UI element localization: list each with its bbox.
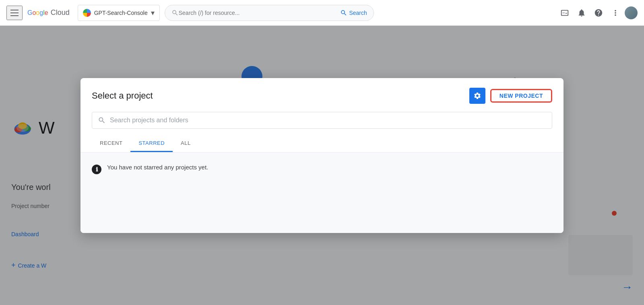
modal-header: Select a project NEW PROJECT	[80, 78, 564, 112]
google-cloud-logo[interactable]: Google Cloud	[27, 8, 70, 17]
global-search-input[interactable]	[179, 10, 341, 16]
bell-icon	[577, 8, 586, 17]
kebab-icon	[611, 8, 620, 17]
modal-body: ℹ You have not starred any projects yet.	[80, 152, 564, 233]
terminal-button[interactable]	[557, 5, 572, 21]
global-search-bar[interactable]: Search	[165, 5, 374, 21]
modal-search-icon	[98, 116, 106, 124]
search-button[interactable]: Search	[340, 9, 367, 16]
notifications-button[interactable]	[574, 5, 589, 21]
project-selector[interactable]: GPT-Search-Console ▾	[78, 5, 160, 21]
avatar-image	[625, 6, 638, 19]
empty-state-message: You have not starred any projects yet.	[107, 164, 208, 171]
tab-all[interactable]: ALL	[173, 135, 199, 152]
project-name: GPT-Search-Console	[94, 10, 148, 16]
tab-starred[interactable]: STARRED	[130, 135, 173, 152]
tab-recent[interactable]: RECENT	[92, 135, 130, 152]
modal-overlay: Select a project NEW PROJECT	[0, 26, 644, 305]
menu-button[interactable]	[6, 6, 23, 20]
modal-tabs: RECENT STARRED ALL	[80, 135, 564, 152]
main-content: ▷ W You're worl Project number Dashboard…	[0, 26, 644, 305]
modal-title: Select a project	[92, 91, 153, 101]
select-project-modal: Select a project NEW PROJECT	[80, 78, 564, 233]
terminal-icon	[560, 8, 569, 17]
project-icon	[83, 9, 91, 17]
more-options-button[interactable]	[608, 5, 623, 21]
topbar: Google Cloud GPT-Search-Console ▾ Search	[0, 0, 644, 26]
help-icon	[594, 8, 603, 17]
chevron-down-icon: ▾	[151, 8, 155, 17]
help-button[interactable]	[591, 5, 606, 21]
gear-icon	[473, 92, 481, 100]
modal-header-actions: NEW PROJECT	[469, 88, 552, 104]
search-btn-icon	[340, 9, 347, 16]
cloud-text: Cloud	[51, 8, 70, 17]
info-icon: ℹ	[92, 165, 101, 174]
topbar-actions	[557, 5, 638, 21]
logo-text: Google	[27, 9, 48, 16]
new-project-button[interactable]: NEW PROJECT	[490, 89, 552, 103]
modal-search-input[interactable]	[110, 117, 546, 124]
search-button-label: Search	[349, 10, 367, 16]
avatar[interactable]	[625, 6, 638, 19]
modal-search-container[interactable]	[92, 112, 552, 129]
manage-resources-button[interactable]	[469, 88, 485, 104]
search-icon	[171, 9, 179, 16]
